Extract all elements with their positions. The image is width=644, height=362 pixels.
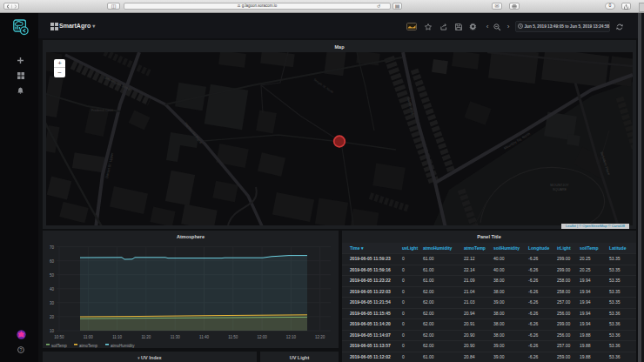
svg-text:11:00: 11:00 [84, 335, 93, 339]
svg-text:atmoTemp: atmoTemp [79, 344, 98, 348]
svg-text:50: 50 [50, 273, 55, 278]
svg-text:40: 40 [50, 287, 55, 292]
svg-text:12:20: 12:20 [315, 335, 325, 339]
svg-text:70: 70 [50, 245, 55, 250]
svg-text:SQUARE: SQUARE [553, 188, 567, 191]
svg-text:11:20: 11:20 [141, 335, 151, 339]
svg-text:10: 10 [50, 329, 55, 333]
svg-text:60: 60 [50, 259, 55, 264]
svg-text:20: 20 [50, 315, 55, 319]
svg-text:11:50: 11:50 [228, 335, 238, 339]
svg-text:12:10: 12:10 [286, 335, 297, 339]
svg-text:11:40: 11:40 [199, 335, 209, 339]
svg-text:30: 30 [50, 301, 55, 305]
svg-text:11:30: 11:30 [171, 335, 180, 339]
svg-text:?: ? [19, 347, 22, 352]
svg-text:10:50: 10:50 [54, 335, 64, 339]
svg-text:atmoHumidity: atmoHumidity [111, 344, 135, 348]
svg-text:MOUNTJOY: MOUNTJOY [550, 184, 569, 187]
svg-text:Frederick Court: Frederick Court [91, 109, 113, 112]
svg-text:11:10: 11:10 [112, 335, 122, 339]
svg-text:soilTemp: soilTemp [51, 344, 67, 348]
svg-text:12:00: 12:00 [257, 335, 267, 339]
